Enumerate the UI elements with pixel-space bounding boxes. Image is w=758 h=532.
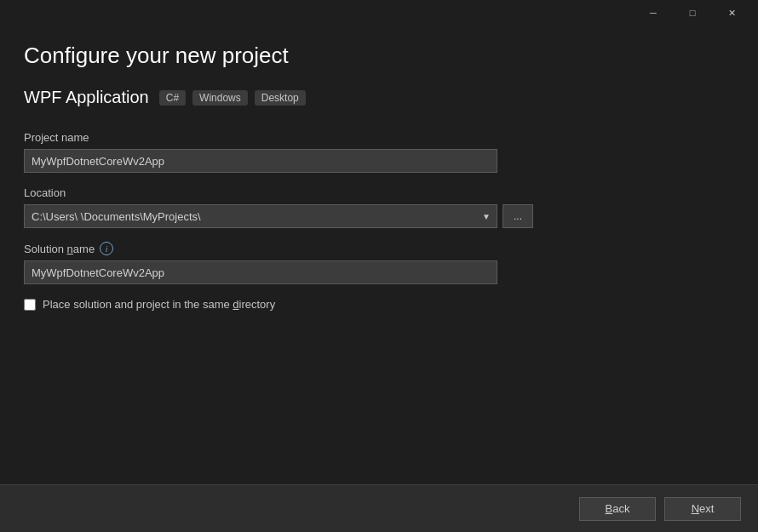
solution-label-row: Solution name i	[24, 242, 734, 255]
tag-desktop: Desktop	[255, 90, 306, 106]
minimize-button[interactable]: ─	[634, 0, 673, 26]
close-button[interactable]: ✕	[712, 0, 751, 26]
tag-windows: Windows	[192, 90, 248, 106]
title-bar: ─ □ ✕	[0, 0, 758, 26]
page-title: Configure your new project	[24, 43, 734, 69]
tag-csharp: C#	[159, 90, 186, 106]
project-type-name: WPF Application	[24, 88, 149, 107]
project-name-label: Project name	[24, 131, 734, 144]
project-name-section: Project name	[24, 131, 734, 173]
location-dropdown[interactable]: C:\Users\ \Documents\MyProjects\	[24, 204, 497, 228]
main-content: Configure your new project WPF Applicati…	[0, 26, 758, 328]
project-type-row: WPF Application C# Windows Desktop	[24, 88, 734, 107]
solution-name-section: Solution name i	[24, 242, 734, 284]
next-button[interactable]: Next	[664, 497, 741, 521]
solution-name-input[interactable]	[24, 260, 497, 284]
same-directory-checkbox[interactable]	[24, 299, 36, 311]
footer: Back Next	[0, 484, 758, 532]
solution-name-input-wrapper	[24, 260, 734, 284]
project-name-input[interactable]	[24, 149, 497, 173]
info-icon[interactable]: i	[100, 242, 113, 255]
location-section: Location C:\Users\ \Documents\MyProjects…	[24, 186, 734, 228]
location-label: Location	[24, 186, 734, 199]
solution-name-label: Solution name	[24, 243, 95, 255]
back-button[interactable]: Back	[579, 497, 656, 521]
browse-button[interactable]: ...	[502, 204, 533, 228]
same-directory-label: Place solution and project in the same d…	[43, 298, 275, 311]
maximize-button[interactable]: □	[673, 0, 712, 26]
same-directory-row: Place solution and project in the same d…	[24, 298, 734, 311]
location-row: C:\Users\ \Documents\MyProjects\ ▼ ...	[24, 204, 734, 228]
location-wrapper: C:\Users\ \Documents\MyProjects\ ▼	[24, 204, 497, 228]
